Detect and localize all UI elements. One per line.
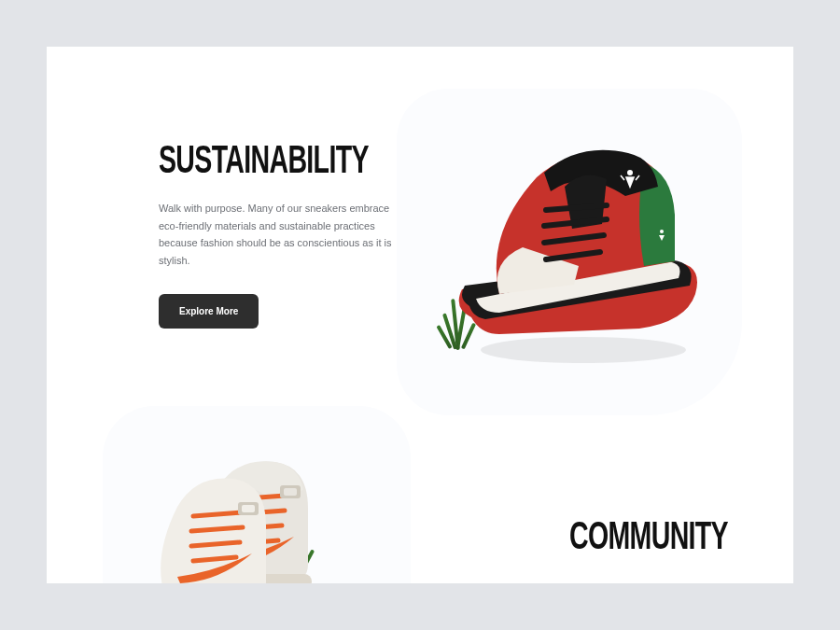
community-image-card [103,406,411,583]
sustainability-text: SUSTAINABILITY Walk with purpose. Many o… [159,121,468,329]
svg-point-0 [481,337,686,363]
svg-rect-5 [284,488,297,496]
community-heading: COMMUNITY [569,516,728,555]
sustainability-section: SUSTAINABILITY Walk with purpose. Many o… [159,121,737,329]
sneaker-secondary-image [140,434,383,583]
sustainability-body: Walk with purpose. Many of our sneakers … [159,200,401,270]
explore-more-button[interactable]: Explore More [159,294,259,329]
sustainability-heading: SUSTAINABILITY [159,140,369,179]
svg-rect-8 [242,505,255,512]
landing-page: SUSTAINABILITY Walk with purpose. Many o… [47,47,793,583]
